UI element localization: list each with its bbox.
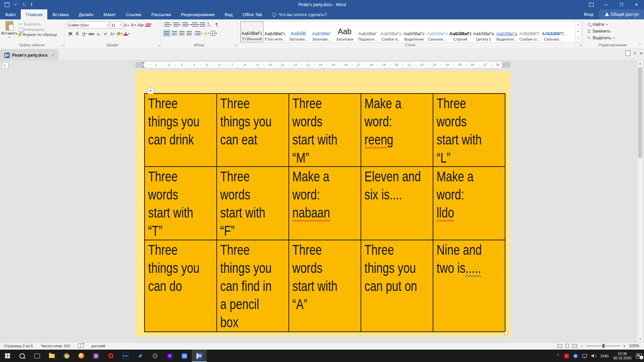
taskbar-opera-icon[interactable] bbox=[103, 350, 118, 362]
share-button[interactable]: Общий доступ bbox=[600, 9, 644, 19]
taskbar-lrc-icon[interactable]: LrC bbox=[118, 350, 133, 362]
style-Цитата 2[interactable]: АаБбВвГаЦитата 2 bbox=[472, 21, 495, 42]
taskbar-taskview-icon[interactable] bbox=[30, 350, 44, 362]
font-color-button[interactable]: А▾ bbox=[123, 31, 130, 37]
shading-button[interactable]: ◇▾ bbox=[203, 30, 210, 36]
tab-Вставка[interactable]: Вставка bbox=[47, 9, 73, 19]
tab-stop-selector[interactable]: L bbox=[2, 62, 8, 68]
style-¶ Без инте...[interactable]: АаБбВвГг,¶ Без инте... bbox=[264, 21, 287, 42]
font-size-combo[interactable]: 11▾ bbox=[110, 21, 123, 28]
bold-button[interactable]: Ж bbox=[67, 31, 73, 37]
tab-Office Tab[interactable]: Office Tab bbox=[237, 9, 267, 19]
show-marks-button[interactable]: ¶ bbox=[213, 21, 220, 27]
subscript-button[interactable]: x₂ bbox=[95, 31, 102, 37]
clock[interactable]: 10:36 08.10.2025 bbox=[613, 352, 632, 360]
style-Заголово...[interactable]: АаБбВЗаголово... bbox=[287, 21, 310, 42]
clear-formatting-button[interactable] bbox=[145, 22, 151, 28]
tab-close-icon[interactable]: ✕ bbox=[51, 53, 54, 58]
highlight-button[interactable]: ab▾ bbox=[116, 31, 123, 37]
style-Слабое в...[interactable]: АаБбВвГгСлабое в... bbox=[379, 21, 402, 42]
tab-Макет[interactable]: Макет bbox=[98, 9, 121, 19]
taskbar-chrome-icon[interactable] bbox=[59, 350, 74, 362]
tab-Дизайн[interactable]: Дизайн bbox=[74, 9, 99, 19]
style-Строгий[interactable]: АаБбВвГг,Строгий bbox=[449, 21, 472, 42]
paragraph-dialog-launcher[interactable]: ↘ bbox=[234, 44, 236, 47]
align-left-button[interactable] bbox=[163, 30, 170, 37]
first-line-indent-marker[interactable] bbox=[142, 62, 145, 64]
tell-me-box[interactable]: Что вы хотите сделать? bbox=[267, 9, 327, 19]
text-effects-button[interactable]: А▾ bbox=[109, 31, 116, 37]
zoom-slider-thumb[interactable] bbox=[602, 344, 604, 348]
styles-scroll-down[interactable]: ▼ bbox=[575, 28, 581, 36]
style-¶ Обычный[interactable]: АаБбВвГг,¶ Обычный bbox=[240, 21, 264, 42]
font-family-combo[interactable]: Calibri (Осн▾ bbox=[67, 21, 109, 28]
taskbar-yahoo-icon[interactable]: Y! bbox=[162, 350, 177, 362]
table-cell[interactable]: Threethings youcan eat bbox=[217, 94, 289, 167]
collapse-ribbon-button[interactable]: ⌃ bbox=[639, 43, 641, 47]
clipboard-dialog-launcher[interactable]: ↘ bbox=[61, 44, 63, 47]
zoom-slider[interactable] bbox=[586, 346, 620, 346]
close-tab-bar-icon[interactable]: ✕ bbox=[640, 51, 643, 56]
bullets-button[interactable]: ▾ bbox=[163, 21, 171, 27]
change-case-button[interactable]: Аа▾ bbox=[138, 22, 144, 28]
style-Слабая сс...[interactable]: ААББВВГГ,Слабая сс... bbox=[518, 21, 541, 42]
volume-icon[interactable]: ) bbox=[591, 354, 596, 358]
language-indicator[interactable]: русский bbox=[87, 344, 109, 348]
table-cell[interactable]: Threethings youcan drink bbox=[145, 94, 217, 167]
styles-scroll-up[interactable]: ▲ bbox=[575, 21, 581, 28]
align-center-button[interactable] bbox=[171, 30, 178, 36]
increase-indent-button[interactable]: ▸ bbox=[198, 21, 206, 27]
scroll-down-icon[interactable]: ▼ bbox=[637, 338, 643, 341]
ribbon-display-options-button[interactable]: ⌃ bbox=[584, 0, 599, 9]
style-Сильная...[interactable]: ААББВВГГ,Сильная... bbox=[541, 21, 565, 42]
scroll-up-icon[interactable]: ▲ bbox=[637, 62, 643, 65]
word-count[interactable]: Число слов: 310 bbox=[37, 344, 74, 348]
align-right-button[interactable] bbox=[178, 30, 185, 36]
tab-Вид[interactable]: Вид bbox=[220, 9, 238, 19]
tray-expand-icon[interactable]: ⌃ bbox=[556, 354, 560, 358]
taskbar-feather-icon[interactable] bbox=[133, 350, 148, 362]
style-Заголовок[interactable]: АаbЗаголовок bbox=[333, 21, 356, 42]
sort-button[interactable]: АЯ↓ bbox=[206, 21, 213, 27]
strikethrough-button[interactable]: abc bbox=[88, 31, 95, 37]
table-cell[interactable]: Eleven andsix is.... bbox=[361, 167, 433, 240]
table-cell[interactable]: Threethings youcan put on bbox=[361, 240, 433, 332]
copy-button[interactable]: Копировать bbox=[19, 27, 57, 32]
style-Подзагол...[interactable]: АаБбВвГПодзагол... bbox=[356, 21, 379, 42]
table-cell[interactable]: Nine andtwo is..... bbox=[433, 240, 505, 332]
font-dialog-launcher[interactable]: ↘ bbox=[157, 44, 160, 47]
tab-Файл[interactable]: Файл bbox=[0, 9, 21, 19]
table-cell[interactable]: Threewordsstart with“M” bbox=[289, 94, 361, 167]
table-cell[interactable]: Make aword:lldo bbox=[433, 167, 505, 240]
style-Выделение[interactable]: АаБбВвГгВыделение bbox=[402, 21, 426, 42]
style-Сильное...[interactable]: АаБбВвГгСильное... bbox=[426, 21, 449, 42]
bluetooth-icon[interactable]: B bbox=[573, 354, 578, 358]
italic-button[interactable]: К bbox=[74, 31, 80, 37]
decrease-indent-button[interactable]: ◂ bbox=[190, 21, 198, 27]
style-Заголово...[interactable]: АаБбВвГЗаголово... bbox=[310, 21, 333, 42]
find-button[interactable]: Найти▾ bbox=[588, 22, 643, 27]
replace-button[interactable]: ab ac Заменить bbox=[588, 29, 643, 34]
network-icon[interactable] bbox=[582, 354, 587, 357]
taskbar-camera-icon[interactable] bbox=[148, 350, 162, 362]
table-move-handle[interactable]: + bbox=[148, 88, 154, 94]
underline-button[interactable]: Ч▾ bbox=[81, 31, 88, 37]
action-center-icon[interactable]: 1 bbox=[636, 353, 642, 358]
zoom-level[interactable]: 100% bbox=[629, 344, 639, 348]
style-Выделенн...[interactable]: АаБбВвГаВыделенн... bbox=[495, 21, 518, 42]
table-cell[interactable]: Threewordsstart with“L” bbox=[433, 94, 505, 167]
table-cell[interactable]: Make aword:nabaan bbox=[289, 167, 361, 240]
justify-button[interactable] bbox=[186, 30, 193, 36]
tab-list-dropdown-icon[interactable]: ▼ bbox=[634, 52, 636, 55]
table-resize-handle[interactable] bbox=[504, 331, 508, 335]
zoom-out-button[interactable]: − bbox=[580, 344, 583, 349]
zoom-in-button[interactable]: + bbox=[623, 344, 626, 349]
hanging-indent-marker[interactable] bbox=[142, 66, 145, 68]
format-painter-button[interactable]: Формат по образцу bbox=[19, 33, 57, 37]
minimize-button[interactable]: — bbox=[599, 0, 614, 9]
taskbar-word-icon[interactable]: W bbox=[192, 350, 207, 362]
table-cell[interactable]: Threewordsstart with“F” bbox=[217, 167, 289, 240]
page-indicator[interactable]: Страница 2 из 6 bbox=[0, 344, 37, 348]
table-cell[interactable]: Threewordsstart with“A” bbox=[289, 240, 361, 332]
web-layout-button[interactable] bbox=[572, 344, 577, 348]
